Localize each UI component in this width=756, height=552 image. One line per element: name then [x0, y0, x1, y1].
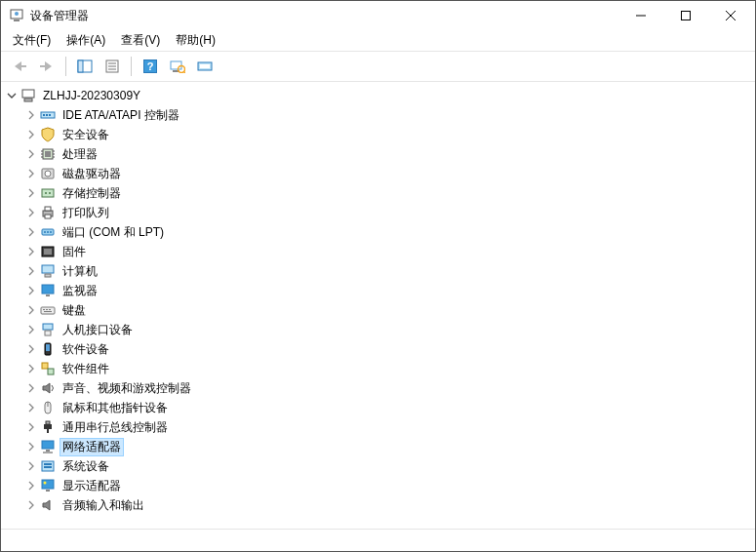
expander-icon[interactable] [24, 128, 38, 141]
tree-item-label[interactable]: 人机接口设备 [60, 321, 136, 339]
tree-item-label[interactable]: 网络适配器 [60, 438, 124, 456]
system-icon [40, 458, 56, 474]
tree-item[interactable]: 软件设备 [24, 339, 755, 359]
expander-icon[interactable] [24, 108, 38, 122]
show-hide-console-button[interactable] [72, 55, 98, 78]
tree-item[interactable]: 监视器 [24, 281, 755, 300]
monitor-icon [40, 283, 56, 298]
expander-icon[interactable] [24, 459, 38, 473]
add-legacy-hardware-button[interactable] [192, 55, 218, 78]
device-tree[interactable]: ZLHJJ-20230309Y IDE ATA/ATAPI 控制器安全设备处理器… [1, 82, 755, 529]
tree-item[interactable]: IDE ATA/ATAPI 控制器 [24, 105, 755, 125]
tree-item[interactable]: 端口 (COM 和 LPT) [24, 222, 755, 242]
tree-item[interactable]: 安全设备 [24, 125, 755, 144]
expander-icon[interactable] [24, 264, 38, 278]
svg-rect-22 [200, 64, 210, 68]
tree-item-label[interactable]: 系统设备 [60, 457, 112, 476]
tree-item-label[interactable]: 键盘 [60, 301, 89, 320]
expander-icon[interactable] [24, 362, 38, 375]
tree-item-label[interactable]: 软件组件 [60, 360, 112, 378]
expander-icon[interactable] [24, 342, 38, 356]
expander-icon[interactable] [5, 89, 19, 102]
tree-item-label[interactable]: 显示适配器 [60, 477, 124, 495]
audio-icon [40, 497, 56, 513]
tree-item[interactable]: 键盘 [24, 300, 755, 320]
expander-icon[interactable] [24, 401, 38, 414]
tree-children: IDE ATA/ATAPI 控制器安全设备处理器磁盘驱动器存储控制器打印队列端口… [5, 105, 755, 515]
tree-root-label[interactable]: ZLHJJ-20230309Y [40, 88, 143, 103]
device-manager-window: 设备管理器 文件(F) 操作(A) 查看(V) 帮助(H) [0, 0, 756, 552]
expander-icon[interactable] [24, 420, 38, 434]
tree-root-row[interactable]: ZLHJJ-20230309Y [5, 86, 755, 105]
cpu-icon [40, 146, 56, 162]
svg-rect-17 [171, 61, 181, 69]
keyboard-icon [40, 302, 56, 318]
disk-icon [40, 166, 56, 181]
tree-item[interactable]: 显示适配器 [24, 476, 755, 495]
tree-item-label[interactable]: 磁盘驱动器 [60, 165, 124, 183]
network-icon [40, 439, 56, 454]
expander-icon[interactable] [24, 479, 38, 493]
expander-icon[interactable] [24, 225, 38, 239]
expander-icon[interactable] [24, 440, 38, 453]
expander-icon[interactable] [24, 498, 38, 512]
tree-item[interactable]: 系统设备 [24, 456, 755, 476]
tree-item-label[interactable]: 鼠标和其他指针设备 [60, 399, 171, 417]
tree-item[interactable]: 人机接口设备 [24, 320, 755, 339]
tree-item-label[interactable]: 存储控制器 [60, 184, 124, 203]
tree-item-label[interactable]: 计算机 [60, 262, 100, 281]
tree-item[interactable]: 网络适配器 [24, 437, 755, 456]
tree-item-label[interactable]: 处理器 [60, 145, 100, 164]
tree-item[interactable]: 处理器 [24, 144, 755, 164]
tree-item[interactable]: 音频输入和输出 [24, 495, 755, 515]
expander-icon[interactable] [24, 381, 38, 395]
sound-icon [40, 380, 56, 396]
menu-file[interactable]: 文件(F) [5, 30, 59, 51]
menubar: 文件(F) 操作(A) 查看(V) 帮助(H) [1, 30, 755, 52]
tree-item[interactable]: 计算机 [24, 261, 755, 281]
expander-icon[interactable] [24, 284, 38, 297]
tree-item[interactable]: 打印队列 [24, 203, 755, 222]
properties-button[interactable] [99, 55, 125, 78]
expander-icon[interactable] [24, 206, 38, 219]
expander-icon[interactable] [24, 245, 38, 258]
minimize-button[interactable] [618, 1, 663, 30]
tree-item-label[interactable]: IDE ATA/ATAPI 控制器 [60, 106, 182, 125]
expander-icon[interactable] [24, 167, 38, 180]
tree-item-label[interactable]: 监视器 [60, 282, 100, 300]
expander-icon[interactable] [24, 186, 38, 200]
toolbar: ? [1, 52, 755, 82]
tree-item-label[interactable]: 软件设备 [60, 340, 112, 359]
tree-item-label[interactable]: 打印队列 [60, 204, 112, 222]
tree-item-label[interactable]: 声音、视频和游戏控制器 [60, 379, 194, 398]
printer-icon [40, 205, 56, 220]
expander-icon[interactable] [24, 303, 38, 317]
forward-button [34, 55, 60, 78]
tree-item-label[interactable]: 音频输入和输出 [60, 496, 147, 515]
tree-item[interactable]: 固件 [24, 242, 755, 261]
menu-action[interactable]: 操作(A) [59, 30, 113, 51]
tree-item[interactable]: 鼠标和其他指针设备 [24, 398, 755, 417]
tree-item[interactable]: 存储控制器 [24, 183, 755, 203]
menu-view[interactable]: 查看(V) [113, 30, 168, 51]
expander-icon[interactable] [24, 147, 38, 161]
software-icon [40, 341, 56, 357]
help-button[interactable]: ? [138, 55, 163, 78]
expander-icon[interactable] [24, 323, 38, 336]
tree-item[interactable]: 磁盘驱动器 [24, 164, 755, 183]
svg-rect-10 [78, 60, 83, 72]
firmware-icon [40, 244, 56, 259]
tree-item-label[interactable]: 安全设备 [60, 126, 112, 144]
tree-item-label[interactable]: 端口 (COM 和 LPT) [60, 223, 167, 242]
tree-item-label[interactable]: 通用串行总线控制器 [60, 418, 171, 437]
menu-help[interactable]: 帮助(H) [168, 30, 223, 51]
tree-item[interactable]: 通用串行总线控制器 [24, 417, 755, 437]
titlebar: 设备管理器 [1, 1, 755, 30]
svg-rect-1 [14, 20, 20, 21]
maximize-button[interactable] [663, 1, 708, 30]
close-button[interactable] [708, 1, 753, 30]
scan-hardware-button[interactable] [165, 55, 190, 78]
tree-item[interactable]: 声音、视频和游戏控制器 [24, 378, 755, 398]
tree-item-label[interactable]: 固件 [60, 243, 89, 261]
tree-item[interactable]: 软件组件 [24, 359, 755, 378]
